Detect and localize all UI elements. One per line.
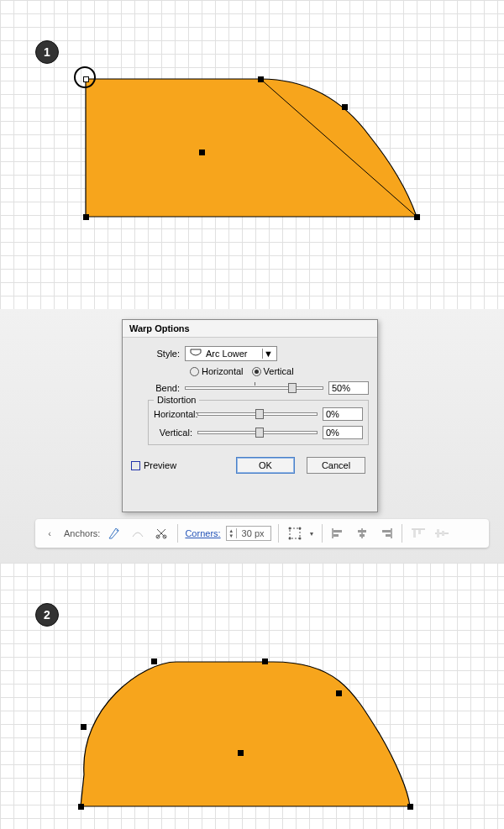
slider-thumb[interactable]: [288, 383, 297, 393]
svg-text:+: +: [116, 527, 119, 533]
dialog-area: Warp Options Style: Arc Lower ▼ Horizont…: [0, 309, 504, 563]
step-2-label: 2: [44, 608, 50, 622]
svg-rect-19: [413, 530, 416, 538]
anchors-label: Anchors:: [64, 528, 100, 538]
style-select[interactable]: Arc Lower ▼: [185, 346, 277, 361]
align-hcenter-icon[interactable]: [353, 524, 371, 543]
convert-anchor-icon[interactable]: [129, 524, 147, 543]
dist-v-value[interactable]: 0%: [323, 426, 363, 439]
anchor-pt[interactable]: [151, 658, 157, 664]
anchor-pt[interactable]: [262, 658, 268, 664]
preview-label: Preview: [144, 460, 176, 470]
bend-label: Bend:: [131, 383, 185, 393]
slider-thumb[interactable]: [255, 409, 264, 419]
dist-h-slider[interactable]: [197, 412, 318, 416]
step-badge-2: 2: [35, 603, 59, 627]
svg-point-8: [298, 538, 301, 540]
cut-path-icon[interactable]: [152, 524, 171, 543]
dropdown-caret-icon[interactable]: ▼: [309, 531, 315, 537]
svg-rect-23: [442, 531, 444, 536]
slider-thumb[interactable]: [255, 428, 264, 438]
align-top-icon[interactable]: [409, 524, 428, 543]
corners-value[interactable]: 30 px: [237, 528, 270, 538]
svg-rect-4: [290, 528, 300, 538]
anchor-right[interactable]: [414, 214, 420, 220]
orientation-vertical-radio[interactable]: Vertical: [252, 366, 294, 376]
chevron-left-icon[interactable]: ‹: [40, 524, 59, 543]
orientation-v-label: Vertical: [264, 366, 294, 376]
svg-rect-13: [358, 530, 366, 533]
anchor-pt[interactable]: [336, 690, 342, 696]
anchor-pt[interactable]: [81, 724, 87, 730]
dist-h-value[interactable]: 0%: [323, 407, 363, 421]
align-left-icon[interactable]: [329, 524, 348, 543]
svg-rect-20: [418, 530, 421, 534]
anchor-top-right[interactable]: [258, 76, 264, 82]
svg-point-7: [288, 538, 291, 540]
step-1-label: 1: [44, 45, 50, 59]
bend-value[interactable]: 50%: [328, 381, 369, 395]
style-label: Style:: [131, 349, 185, 359]
cancel-button[interactable]: Cancel: [307, 457, 365, 474]
align-vcenter-icon[interactable]: [433, 524, 451, 543]
step-2-canvas: 2: [0, 563, 504, 829]
radio-icon: [252, 367, 261, 376]
warp-options-dialog: Warp Options Style: Arc Lower ▼ Horizont…: [122, 319, 378, 512]
dist-v-slider[interactable]: [197, 431, 318, 434]
bounding-box-icon[interactable]: [286, 524, 304, 543]
dist-h-label: Horizontal:: [154, 409, 197, 419]
svg-rect-14: [360, 534, 365, 537]
distortion-legend: Distortion: [154, 395, 199, 405]
svg-rect-11: [333, 534, 339, 537]
step2-shape: [67, 657, 420, 816]
anchor-curve-mid[interactable]: [342, 104, 348, 110]
dist-v-label: Vertical:: [154, 428, 197, 438]
bend-slider[interactable]: [185, 386, 323, 390]
anchor-center[interactable]: [199, 150, 205, 155]
anchor-pt[interactable]: [407, 804, 413, 810]
orientation-horizontal-radio[interactable]: Horizontal: [190, 366, 244, 376]
svg-rect-22: [437, 529, 439, 538]
step-down-icon[interactable]: ▼: [227, 533, 236, 538]
anchor-bottom-left[interactable]: [83, 214, 89, 220]
step-1-canvas: 1: [0, 0, 504, 309]
arc-lower-icon: [189, 347, 202, 360]
corners-label[interactable]: Corners:: [185, 528, 220, 538]
dialog-title: Warp Options: [123, 320, 377, 338]
corners-stepper[interactable]: ▲▼ 30 px: [226, 526, 271, 541]
anchor-center[interactable]: [238, 750, 244, 756]
svg-point-6: [298, 527, 301, 530]
step-badge-1: 1: [35, 40, 59, 64]
svg-rect-10: [333, 530, 342, 533]
pen-add-icon[interactable]: +: [105, 524, 123, 543]
distortion-group: Distortion Horizontal: 0% Vertical: 0%: [148, 400, 369, 445]
highlight-ring: [74, 66, 96, 88]
ok-button[interactable]: OK: [236, 457, 295, 474]
step1-shape: [84, 77, 420, 228]
style-value: Arc Lower: [206, 349, 248, 359]
svg-point-5: [288, 527, 291, 530]
align-right-icon[interactable]: [376, 524, 395, 543]
anchor-pt[interactable]: [78, 804, 84, 810]
control-toolbar: ‹ Anchors: + Corners: ▲▼ 30 px ▼: [35, 519, 489, 548]
svg-rect-16: [382, 530, 391, 533]
radio-icon: [190, 367, 199, 376]
svg-rect-17: [386, 534, 391, 537]
preview-checkbox[interactable]: [131, 461, 140, 470]
chevron-down-icon: ▼: [262, 349, 274, 359]
orientation-h-label: Horizontal: [202, 366, 244, 376]
